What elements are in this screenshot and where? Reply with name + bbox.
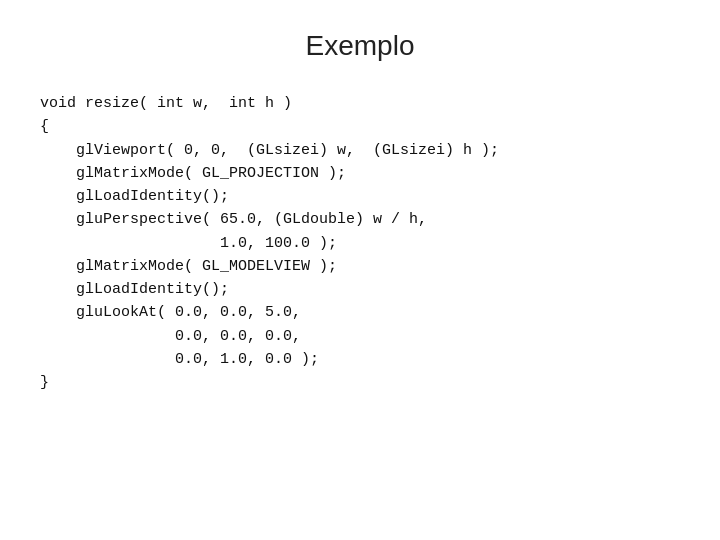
code-block: void resize( int w, int h ) { glViewport… — [40, 92, 680, 394]
page-title: Exemplo — [306, 30, 415, 62]
